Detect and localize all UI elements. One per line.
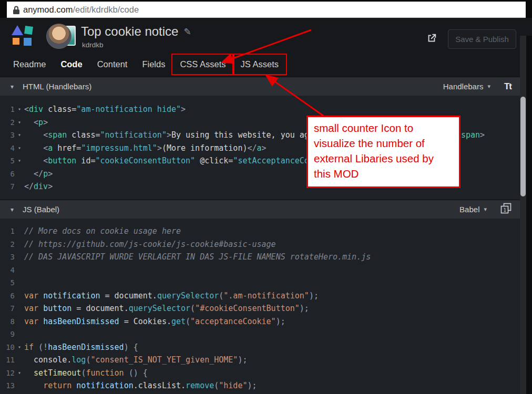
fold-spacer xyxy=(15,289,24,303)
url-text[interactable]: anymod.com/edit/kdrdkb/code xyxy=(23,2,139,18)
collapse-caret-icon[interactable]: ▾ xyxy=(11,206,14,213)
tab-code[interactable]: Code xyxy=(53,55,89,74)
js-mode-select[interactable]: Babel xyxy=(459,205,479,214)
code-line: 13 return notification.classList.remove(… xyxy=(0,379,520,392)
line-number: 1 xyxy=(0,225,15,238)
fold-spacer xyxy=(15,251,24,264)
code-line: 2// https://github.com/js-cookie/js-cook… xyxy=(0,238,520,251)
scrollbar-track[interactable] xyxy=(520,36,526,394)
js-code[interactable]: 1// More docs on cookie usage here2// ht… xyxy=(0,219,520,394)
line-number: 7 xyxy=(0,302,15,315)
fold-spacer xyxy=(15,168,24,181)
line-number: 6 xyxy=(0,168,15,181)
code-line: 4 xyxy=(0,264,520,277)
line-number: 5 xyxy=(0,276,15,289)
code-line: 7var button = document.querySelector("#c… xyxy=(0,302,520,315)
tab-bar: ReadmeCodeContentFieldsCSS AssetsJS Asse… xyxy=(0,51,520,77)
page-title: Top cookie notice xyxy=(81,24,178,39)
collapse-caret-icon[interactable]: ▾ xyxy=(11,83,14,90)
fold-caret-icon[interactable]: ▾ xyxy=(15,116,24,129)
lock-icon xyxy=(11,5,22,18)
fold-caret-icon[interactable]: ▾ xyxy=(15,154,24,168)
line-number: 3 xyxy=(0,251,15,264)
code-line: 9 xyxy=(0,328,520,341)
browser-edge xyxy=(0,2,7,19)
tab-readme[interactable]: Readme xyxy=(6,55,53,74)
fold-spacer xyxy=(15,238,24,251)
code-line: 1▾<div class="am-notification hide"> xyxy=(0,103,520,116)
save-publish-button[interactable]: Save & Publish xyxy=(448,29,516,49)
code-line: 10▾if (!hasBeenDismissed) { xyxy=(0,341,520,354)
browser-url-bar[interactable]: anymod.com/edit/kdrdkb/code xyxy=(0,0,532,18)
anymod-logo-icon[interactable] xyxy=(11,24,35,48)
tab-css-assets[interactable]: CSS Assets xyxy=(172,55,233,74)
line-number: 11 xyxy=(0,354,15,367)
chevron-down-icon[interactable]: ▾ xyxy=(487,83,490,90)
fold-spacer xyxy=(15,302,24,315)
html-mode-select[interactable]: Handlebars xyxy=(443,82,484,91)
line-number: 4 xyxy=(0,264,15,277)
line-number: 3 xyxy=(0,129,15,142)
fold-spacer xyxy=(15,379,24,392)
fold-caret-icon[interactable]: ▾ xyxy=(15,129,24,142)
fold-spacer xyxy=(15,328,24,341)
fold-spacer xyxy=(15,354,24,367)
code-line: 1// More docs on cookie usage here xyxy=(0,225,520,238)
app-shell: Top cookie notice ✎ kdrdkb Save & Publis… xyxy=(0,18,532,394)
avatar-photo xyxy=(46,24,71,49)
line-number: 6 xyxy=(0,289,15,303)
code-line: 12▾ setTimeout(function () { xyxy=(0,367,520,380)
code-line: 11 console.log("consent_IS_NOT_YET_given… xyxy=(0,354,520,367)
fold-spacer xyxy=(15,264,24,277)
html-section-title: HTML (Handlebars) xyxy=(23,82,91,91)
avatar[interactable] xyxy=(46,24,77,49)
url-host: anymod.com xyxy=(23,5,73,14)
line-number: 12 xyxy=(0,367,15,380)
tab-js-assets[interactable]: JS Assets xyxy=(233,55,286,74)
js-section-title: JS (Babel) xyxy=(23,205,59,214)
annotation-note: small counter Icon to visualize the numb… xyxy=(306,116,461,188)
code-line: 3// DAS JAVASCRIPT WURDE VERLAGERT IN DA… xyxy=(0,251,520,264)
fold-caret-icon[interactable]: ▾ xyxy=(15,341,24,354)
mod-id: kdrdkb xyxy=(82,41,104,49)
mod-header: Top cookie notice ✎ kdrdkb Save & Publis… xyxy=(0,18,520,51)
line-number: 7 xyxy=(0,180,15,193)
url-path: /edit/kdrdkb/code xyxy=(73,5,139,14)
fold-caret-icon[interactable]: ▾ xyxy=(15,367,24,380)
line-number: 2 xyxy=(0,238,15,251)
edit-pencil-icon[interactable]: ✎ xyxy=(183,26,191,37)
line-number: 8 xyxy=(0,315,15,328)
js-section-header: ▾ JS (Babel) Babel ▾ 1 xyxy=(0,200,520,219)
line-number: 5 xyxy=(0,154,15,168)
tab-fields[interactable]: Fields xyxy=(135,55,172,74)
html-section-header: ▾ HTML (Handlebars) Handlebars ▾ Tt xyxy=(0,77,520,96)
code-line: 6var notification = document.querySelect… xyxy=(0,289,520,303)
chevron-down-icon[interactable]: ▾ xyxy=(484,206,487,213)
external-link-icon[interactable] xyxy=(426,33,437,46)
fold-caret-icon[interactable]: ▾ xyxy=(15,103,24,116)
line-number: 9 xyxy=(0,328,15,341)
code-line: 5 xyxy=(0,276,520,289)
line-number: 4 xyxy=(0,142,15,155)
scrollbar-thumb[interactable] xyxy=(520,97,526,196)
line-number: 10 xyxy=(0,341,15,354)
code-line: 8var hasBeenDismissed = Cookies.get("acc… xyxy=(0,315,520,328)
browser-edge xyxy=(526,2,532,19)
fold-spacer xyxy=(15,225,24,238)
line-number: 13 xyxy=(0,379,15,392)
asset-counter-icon[interactable]: 1 xyxy=(500,203,511,216)
window-edge xyxy=(526,36,532,394)
line-number: 1 xyxy=(0,103,15,116)
font-size-icon[interactable]: Tt xyxy=(504,81,511,92)
svg-text:1: 1 xyxy=(504,208,506,213)
fold-spacer xyxy=(15,315,24,328)
line-number: 2 xyxy=(0,116,15,129)
fold-caret-icon[interactable]: ▾ xyxy=(15,142,24,155)
fold-spacer xyxy=(15,180,24,193)
fold-spacer xyxy=(15,276,24,289)
tab-content[interactable]: Content xyxy=(90,55,135,74)
